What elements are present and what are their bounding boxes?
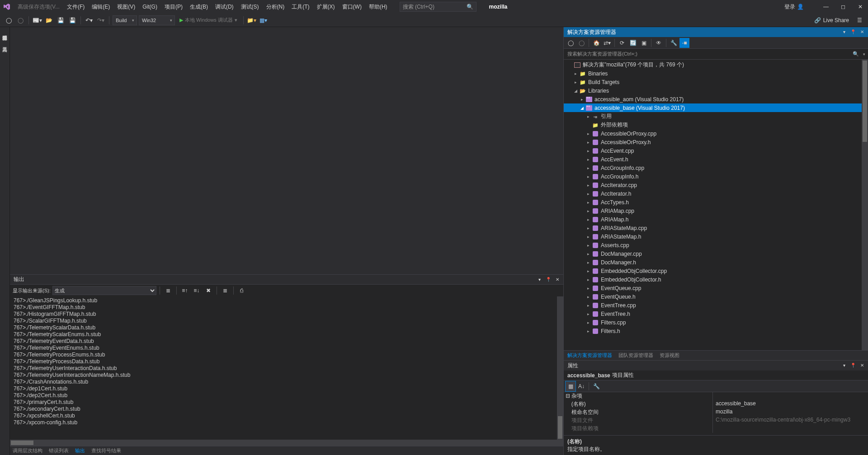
output-wrap-button[interactable]: ≣ xyxy=(220,286,230,296)
tree-node[interactable]: ◢Libraries xyxy=(564,86,868,95)
expander-icon[interactable]: ▸ xyxy=(585,114,591,119)
liveshare-button[interactable]: 🔗Live Share xyxy=(811,16,852,24)
tree-node[interactable]: ▸Binaries xyxy=(564,69,868,78)
save-all-button[interactable]: 💾 xyxy=(67,15,77,25)
tree-node[interactable]: ▸Filters.h xyxy=(564,327,868,335)
output-other-button[interactable]: ⎙ xyxy=(237,286,247,296)
tree-node[interactable]: ▸EventQueue.h xyxy=(564,292,868,301)
output-text[interactable]: 767>./GleanJSPingsLookup.h.stub767>./Eve… xyxy=(10,296,563,446)
rail-toolbox[interactable]: 工具箱 xyxy=(0,40,9,47)
tree-node[interactable]: ▸ARIAMap.h xyxy=(564,215,868,224)
expander-icon[interactable]: ▸ xyxy=(573,80,578,84)
tree-node[interactable]: ▸accessible_aom (Visual Studio 2017) xyxy=(564,95,868,103)
global-search-input[interactable]: 搜索 (Ctrl+Q) 🔍 xyxy=(400,2,476,12)
panel-dropdown-icon[interactable]: ▾ xyxy=(535,276,543,283)
props-wrench-button[interactable]: 🔧 xyxy=(591,381,601,391)
tree-node[interactable]: 外部依赖项 xyxy=(564,121,868,129)
expander-icon[interactable]: ▸ xyxy=(585,217,591,222)
nav-fwd-button[interactable]: ◯ xyxy=(15,15,25,25)
menu-project[interactable]: 项目(P) xyxy=(161,1,186,13)
menu-view[interactable]: 视图(V) xyxy=(114,1,138,13)
folder-browse-button[interactable]: 📁▾ xyxy=(247,15,257,25)
tree-node[interactable]: ▸ARIAMap.cpp xyxy=(564,206,868,215)
output-clear-button[interactable]: ✖ xyxy=(203,286,213,296)
save-button[interactable]: 💾 xyxy=(56,15,66,25)
tree-node[interactable]: ▸EventQueue.cpp xyxy=(564,284,868,292)
expander-icon[interactable]: ◢ xyxy=(579,106,585,110)
tree-node[interactable]: ▸DocManager.cpp xyxy=(564,249,868,258)
minimize-button[interactable]: — xyxy=(818,1,834,13)
tree-node[interactable]: ▸Filters.cpp xyxy=(564,318,868,327)
expander-icon[interactable]: ▸ xyxy=(585,200,591,205)
tree-node[interactable]: ▸EmbeddedObjCollector.cpp xyxy=(564,267,868,275)
tree-node[interactable]: ▸AccessibleOrProxy.cpp xyxy=(564,129,868,138)
menu-window[interactable]: 窗口(W) xyxy=(339,1,365,13)
tree-node[interactable]: ▸引用 xyxy=(564,112,868,121)
sln-home-button[interactable]: 🏠 xyxy=(591,38,601,48)
expander-icon[interactable]: ▸ xyxy=(585,286,591,291)
tree-node[interactable]: ▸EventTree.cpp xyxy=(564,301,868,310)
expander-icon[interactable]: ▸ xyxy=(585,320,591,325)
expander-icon[interactable]: ▸ xyxy=(585,312,591,316)
sln-dropdown-icon[interactable]: ▾ xyxy=(840,28,848,35)
sln-showall-button[interactable]: 👁 xyxy=(654,38,664,48)
sln-refresh-button[interactable]: 🔄 xyxy=(628,38,638,48)
expander-icon[interactable]: ▸ xyxy=(585,209,591,213)
props-row[interactable]: 项目依赖项 xyxy=(564,425,868,433)
output-next-button[interactable]: ≡↓ xyxy=(192,286,202,296)
platform-combo[interactable]: Win32 xyxy=(139,15,175,25)
tree-node[interactable]: ▸EventTree.h xyxy=(564,310,868,318)
menu-analyze[interactable]: 分析(N) xyxy=(263,1,288,13)
undo-button[interactable]: ↶▾ xyxy=(84,15,94,25)
sln-sync-button[interactable]: ⟳ xyxy=(617,38,627,48)
expander-icon[interactable]: ▸ xyxy=(585,166,591,170)
props-dropdown-icon[interactable]: ▾ xyxy=(840,361,848,369)
sln-title-bar[interactable]: 解决方案资源管理器 ▾ 📍 ✕ xyxy=(564,27,868,37)
new-project-button[interactable]: 📰▾ xyxy=(32,15,42,25)
expander-icon[interactable]: ▸ xyxy=(585,295,591,299)
expander-icon[interactable]: ▸ xyxy=(585,174,591,179)
menu-debug[interactable]: 调试(D) xyxy=(212,1,237,13)
tree-node[interactable]: ▸AccGroupInfo.cpp xyxy=(564,164,868,172)
maximize-button[interactable]: ◻ xyxy=(835,1,851,13)
output-h-scrollbar[interactable] xyxy=(10,440,563,446)
expander-icon[interactable]: ▸ xyxy=(585,192,591,196)
menu-file[interactable]: 文件(F) xyxy=(64,1,88,13)
solution-name-badge[interactable]: mozilla xyxy=(486,3,510,11)
expander-icon[interactable]: ▸ xyxy=(585,277,591,282)
sln-collapse-button[interactable]: ▣ xyxy=(639,38,649,48)
panel-close-icon[interactable]: ✕ xyxy=(553,276,561,283)
expander-icon[interactable]: ▸ xyxy=(585,131,591,136)
sln-switch-button[interactable]: ⇄▾ xyxy=(602,38,612,48)
tree-node[interactable]: ▸ARIAStateMap.h xyxy=(564,232,868,241)
props-category[interactable]: 杂项 xyxy=(564,392,713,400)
expander-icon[interactable]: ▸ xyxy=(585,260,591,265)
chevron-down-icon[interactable]: ▾ xyxy=(863,52,865,56)
expander-icon[interactable]: ▸ xyxy=(585,235,591,239)
expander-icon[interactable]: ▸ xyxy=(585,226,591,230)
sln-search-input[interactable]: 搜索解决方案资源管理器(Ctrl+;) 🔍 ▾ xyxy=(564,49,868,60)
output-goto-button[interactable]: ≣ xyxy=(163,286,173,296)
expander-icon[interactable]: ▸ xyxy=(585,140,591,145)
output-prev-button[interactable]: ≡↑ xyxy=(180,286,190,296)
feedback-button[interactable]: ☰ xyxy=(854,15,864,25)
tab-findsymbol[interactable]: 查找符号结果 xyxy=(91,447,121,454)
tree-node[interactable]: ◢accessible_base (Visual Studio 2017) xyxy=(564,103,868,112)
props-row[interactable]: 项目文件C:\mozilla-source\mozilla-central\ob… xyxy=(564,417,868,425)
props-row[interactable]: 根命名空间mozilla xyxy=(564,408,868,417)
expander-icon[interactable]: ▸ xyxy=(585,329,591,333)
tree-node[interactable]: 解决方案"mozilla"(769 个项目，共 769 个) xyxy=(564,61,868,69)
expander-icon[interactable]: ▸ xyxy=(585,149,591,153)
tree-node[interactable]: ▸DocManager.h xyxy=(564,258,868,267)
menu-git[interactable]: Git(G) xyxy=(139,2,160,12)
sln-fwd-button[interactable]: ◯ xyxy=(576,38,586,48)
expander-icon[interactable]: ▸ xyxy=(585,243,591,248)
sln-back-button[interactable]: ◯ xyxy=(566,38,576,48)
expander-icon[interactable]: ▸ xyxy=(585,269,591,273)
output-v-scrollbar[interactable] xyxy=(557,296,563,440)
tab-errorlist[interactable]: 错误列表 xyxy=(49,447,69,454)
expander-icon[interactable]: ▸ xyxy=(579,97,585,102)
menu-tools[interactable]: 工具(T) xyxy=(288,1,312,13)
menu-extensions[interactable]: 扩展(X) xyxy=(314,1,338,13)
props-categorized-button[interactable]: ▦ xyxy=(566,381,576,391)
